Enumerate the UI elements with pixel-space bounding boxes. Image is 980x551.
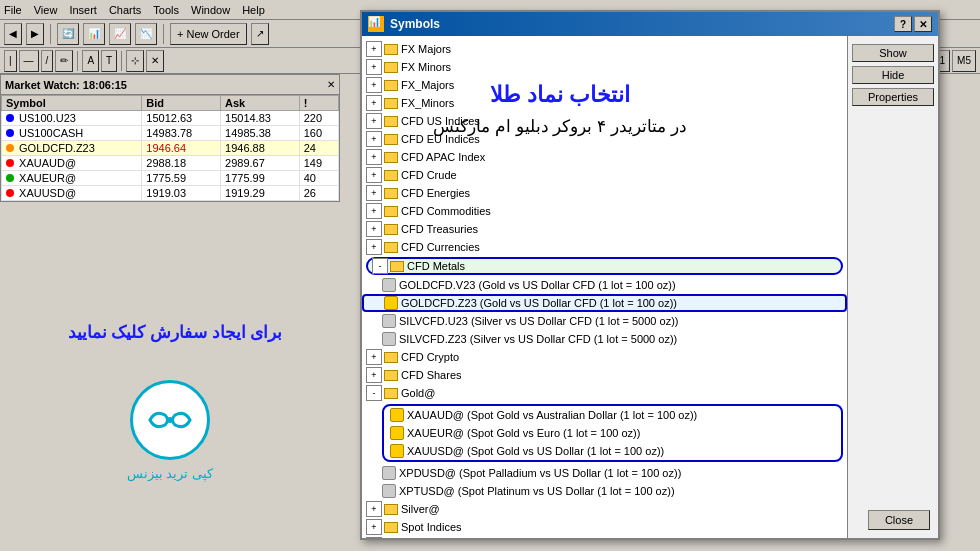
toolbar-btn-6[interactable]: 📉 <box>135 23 157 45</box>
market-watch-row[interactable]: XAUUSD@ 1919.03 1919.29 26 <box>2 186 339 201</box>
toolbar-btn-2[interactable]: ▶ <box>26 23 44 45</box>
toolbar2-btn6[interactable]: T <box>101 50 117 72</box>
ask-cell: 14985.38 <box>221 126 300 141</box>
col-ask: Ask <box>221 96 300 111</box>
tree-item-silver_at[interactable]: + Silver@ <box>362 500 847 518</box>
folder-icon <box>384 170 398 181</box>
tree-item-fx_minors[interactable]: + FX Minors <box>362 58 847 76</box>
tree-symbol-item[interactable]: XAUUSD@ (Spot Gold vs US Dollar (1 lot =… <box>384 442 841 460</box>
expand-icon: + <box>366 41 382 57</box>
toolbar2-btn4[interactable]: ✏ <box>55 50 73 72</box>
symbol-dot <box>6 174 14 182</box>
menu-insert[interactable]: Insert <box>69 4 97 16</box>
m5-label[interactable]: M5 <box>952 50 976 72</box>
tree-item-label: XAUUSD@ (Spot Gold vs US Dollar (1 lot =… <box>407 445 664 457</box>
toolbar2-btn3[interactable]: / <box>41 50 54 72</box>
toolbar-sep-1 <box>50 24 51 44</box>
tree-item-goldcfd_v23[interactable]: GOLDCFD.V23 (Gold vs US Dollar CFD (1 lo… <box>362 276 847 294</box>
toolbar2-btn-cursor[interactable]: ⊹ <box>126 50 144 72</box>
tree-item-label: Gold@ <box>401 387 435 399</box>
toolbar-btn-5[interactable]: 📈 <box>109 23 131 45</box>
folder-icon <box>384 224 398 235</box>
tree-item-silvcfd_z23[interactable]: SILVCFD.Z23 (Silver vs US Dollar CFD (1 … <box>362 330 847 348</box>
tree-item-cfd_currencies[interactable]: + CFD Currencies <box>362 238 847 256</box>
market-watch-row[interactable]: GOLDCFD.Z23 1946.64 1946.88 24 <box>2 141 339 156</box>
folder-icon <box>384 152 398 163</box>
market-watch-row[interactable]: XAUEUR@ 1775.59 1775.99 40 <box>2 171 339 186</box>
tree-item-cfd_metals[interactable]: - CFD Metals <box>366 257 843 275</box>
market-watch-row[interactable]: US100CASH 14983.78 14985.38 160 <box>2 126 339 141</box>
menu-charts[interactable]: Charts <box>109 4 141 16</box>
symbol-dot <box>6 159 14 167</box>
expand-icon: + <box>366 59 382 75</box>
menu-view[interactable]: View <box>34 4 58 16</box>
tree-item-label: GOLDCFD.V23 (Gold vs US Dollar CFD (1 lo… <box>399 279 676 291</box>
tree-item-spot_commoditie[interactable]: + Spot Commoditie <box>362 536 847 538</box>
tree-item-cfd_energies[interactable]: + CFD Energies <box>362 184 847 202</box>
market-watch-table: Symbol Bid Ask ! US100.U23 15012.63 1501… <box>1 95 339 201</box>
close-bottom-button[interactable]: Close <box>868 510 930 530</box>
menu-tools[interactable]: Tools <box>153 4 179 16</box>
menu-file[interactable]: File <box>4 4 22 16</box>
tree-symbol-item[interactable]: XAUAUD@ (Spot Gold vs Australian Dollar … <box>384 406 841 424</box>
tree-item-goldcfd_z23[interactable]: GOLDCFD.Z23 (Gold vs US Dollar CFD (1 lo… <box>362 294 847 312</box>
persian-bottom-text: برای ایجاد سفارش کلیک نمایید <box>10 320 340 346</box>
menu-help[interactable]: Help <box>242 4 265 16</box>
tree-item-label: FX Minors <box>401 61 451 73</box>
val-cell: 160 <box>299 126 338 141</box>
tree-item-label: CFD APAC Index <box>401 151 485 163</box>
dialog-icon: 📊 <box>368 16 384 32</box>
toolbar-btn-4[interactable]: 📊 <box>83 23 105 45</box>
symbol-icon-gold <box>390 426 404 440</box>
dialog-close-btn[interactable]: ✕ <box>914 16 932 32</box>
toolbar2-btn5[interactable]: A <box>82 50 99 72</box>
dialog-title-left: 📊 Symbols <box>368 16 440 32</box>
val-cell: 40 <box>299 171 338 186</box>
market-watch-close[interactable]: ✕ <box>327 79 335 90</box>
tree-item-label: XPDUSD@ (Spot Palladium vs US Dollar (1 … <box>399 467 681 479</box>
tree-symbol-item[interactable]: XAUEUR@ (Spot Gold vs Euro (1 lot = 100 … <box>384 424 841 442</box>
properties-button[interactable]: Properties <box>852 88 934 106</box>
symbol-dot <box>6 129 14 137</box>
tree-item-spot_indices[interactable]: + Spot Indices <box>362 518 847 536</box>
show-button[interactable]: Show <box>852 44 934 62</box>
expand-icon: + <box>366 349 382 365</box>
menu-window[interactable]: Window <box>191 4 230 16</box>
symbol-name: GOLDCFD.Z23 <box>19 142 95 154</box>
persian-title-text: انتخاب نماد طلا <box>420 80 700 111</box>
tree-item-silvcfd_u23[interactable]: SILVCFD.U23 (Silver vs US Dollar CFD (1 … <box>362 312 847 330</box>
tree-item-label: CFD Energies <box>401 187 470 199</box>
tree-item-xptusd_at[interactable]: XPTUSD@ (Spot Platinum vs US Dollar (1 l… <box>362 482 847 500</box>
persian-overlay: انتخاب نماد طلا در متاتریدر ۴ بروکر دبلی… <box>420 80 700 139</box>
col-symbol: Symbol <box>2 96 142 111</box>
logo-svg <box>140 400 200 440</box>
tree-item-cfd_shares[interactable]: + CFD Shares <box>362 366 847 384</box>
new-order-icon: + <box>177 28 183 40</box>
tree-item-cfd_crypto[interactable]: + CFD Crypto <box>362 348 847 366</box>
tree-item-cfd_apac_index[interactable]: + CFD APAC Index <box>362 148 847 166</box>
tree-item-fx_majors[interactable]: + FX Majors <box>362 40 847 58</box>
tree-item-label: GOLDCFD.Z23 (Gold vs US Dollar CFD (1 lo… <box>401 297 677 309</box>
market-watch-row[interactable]: US100.U23 15012.63 15014.83 220 <box>2 111 339 126</box>
new-order-button[interactable]: + New Order <box>170 23 247 45</box>
toolbar2-btn2[interactable]: — <box>19 50 39 72</box>
hide-button[interactable]: Hide <box>852 66 934 84</box>
toolbar2-btn-del[interactable]: ✕ <box>146 50 164 72</box>
folder-icon <box>384 352 398 363</box>
symbol-dot <box>6 144 14 152</box>
folder-icon <box>384 44 398 55</box>
market-watch-row[interactable]: XAUAUD@ 2988.18 2989.67 149 <box>2 156 339 171</box>
tree-item-label: XPTUSD@ (Spot Platinum vs US Dollar (1 l… <box>399 485 675 497</box>
dialog-help-btn[interactable]: ? <box>894 16 912 32</box>
toolbar-btn-3[interactable]: 🔄 <box>57 23 79 45</box>
ask-cell: 1775.99 <box>221 171 300 186</box>
tree-item-cfd_crude[interactable]: + CFD Crude <box>362 166 847 184</box>
toolbar-btn-arrow[interactable]: ↗ <box>251 23 269 45</box>
toolbar2-btn1[interactable]: | <box>4 50 17 72</box>
tree-item-cfd_commodities[interactable]: + CFD Commodities <box>362 202 847 220</box>
tree-item-cfd_treasuries[interactable]: + CFD Treasuries <box>362 220 847 238</box>
toolbar-btn-1[interactable]: ◀ <box>4 23 22 45</box>
tree-folder-gold-at[interactable]: - Gold@ <box>362 384 847 402</box>
folder-icon <box>384 80 398 91</box>
tree-item-xpdusd_at[interactable]: XPDUSD@ (Spot Palladium vs US Dollar (1 … <box>362 464 847 482</box>
